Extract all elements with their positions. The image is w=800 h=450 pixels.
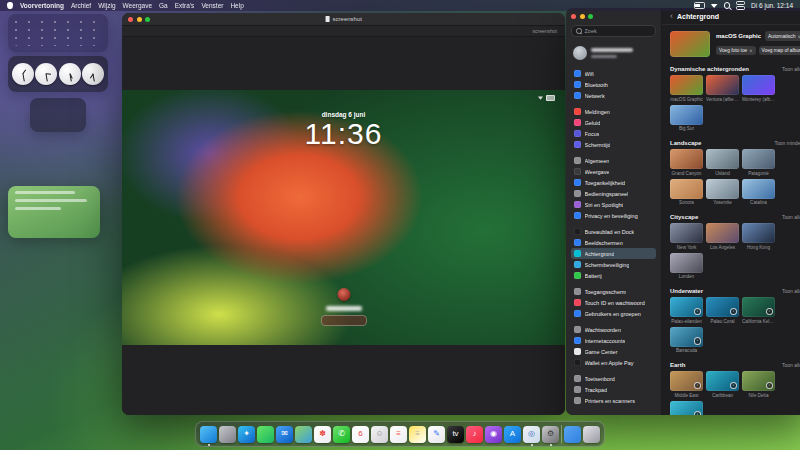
sidebar-item[interactable]: Batterij bbox=[571, 270, 656, 281]
zoom-button[interactable] bbox=[145, 17, 150, 22]
wallpaper-image[interactable] bbox=[670, 149, 703, 169]
wallpaper-image[interactable] bbox=[670, 75, 703, 95]
sidebar-item[interactable]: Bedieningspaneel bbox=[571, 188, 656, 199]
wallpaper-thumbnail[interactable]: ↓ Palau-eilanden bbox=[670, 297, 703, 324]
wallpaper-thumbnail[interactable]: ↓ Caribbean Day bbox=[670, 401, 703, 416]
wallpaper-thumbnail[interactable]: Sonora bbox=[670, 179, 703, 206]
download-icon[interactable]: ↓ bbox=[694, 308, 702, 316]
wallpaper-image[interactable] bbox=[670, 253, 703, 273]
wallpaper-thumbnail[interactable]: ↓ California Kelp Forest bbox=[742, 297, 775, 324]
dock-app[interactable] bbox=[257, 426, 274, 443]
control-center-icon[interactable] bbox=[736, 1, 745, 10]
wallpaper-image[interactable] bbox=[706, 75, 739, 95]
sidebar-item[interactable]: Beeldschermen bbox=[571, 237, 656, 248]
back-chevron-icon[interactable]: ‹ bbox=[670, 12, 673, 21]
sidebar-item[interactable]: Privacy en beveiliging bbox=[571, 210, 656, 221]
download-icon[interactable]: ↓ bbox=[694, 382, 702, 390]
wallpaper-image[interactable] bbox=[706, 223, 739, 243]
wallpaper-thumbnail[interactable]: New York bbox=[670, 223, 703, 250]
sidebar-item[interactable]: Game Center bbox=[571, 346, 656, 357]
dock-app[interactable] bbox=[200, 426, 217, 443]
wallpaper-thumbnail[interactable]: ↓ Nile Delta bbox=[742, 371, 775, 398]
wallpaper-thumbnail[interactable]: Los Angeles bbox=[706, 223, 739, 250]
small-widget[interactable] bbox=[30, 98, 86, 132]
wallpaper-thumbnail[interactable]: ↓ Barracuda bbox=[670, 327, 703, 354]
wallpaper-thumbnail[interactable]: Londen bbox=[670, 253, 703, 280]
show-all-link[interactable]: Toon alle bbox=[782, 66, 800, 72]
preview-titlebar[interactable]: screenshot bbox=[122, 13, 565, 26]
battery-icon[interactable] bbox=[694, 2, 705, 9]
sidebar-item[interactable]: Schermtijd bbox=[571, 139, 656, 150]
sidebar-item[interactable]: Printers en scanners bbox=[571, 395, 656, 406]
dock-app[interactable] bbox=[564, 426, 581, 443]
sidebar-item[interactable]: Toegankelijkheid bbox=[571, 177, 656, 188]
sidebar-item[interactable]: Focus bbox=[571, 128, 656, 139]
minimize-button[interactable] bbox=[580, 14, 585, 19]
dock-app[interactable]: ≡ bbox=[409, 426, 426, 443]
sidebar-item[interactable]: Touch ID en wachtwoord bbox=[571, 297, 656, 308]
sidebar-item[interactable]: Wallet en Apple Pay bbox=[571, 357, 656, 368]
wallpaper-thumbnail[interactable]: Grand Canyon bbox=[670, 149, 703, 176]
wallpaper-image[interactable]: ↓ bbox=[742, 371, 775, 391]
download-icon[interactable]: ↓ bbox=[694, 337, 702, 345]
dock-app[interactable] bbox=[295, 426, 312, 443]
wallpaper-thumbnail[interactable]: ↓ Caribbean bbox=[706, 371, 739, 398]
sidebar-item[interactable]: Meldingen bbox=[571, 106, 656, 117]
dock-app[interactable]: ☺ bbox=[371, 426, 388, 443]
wallpaper-image[interactable] bbox=[706, 179, 739, 199]
spotlight-search-icon[interactable] bbox=[724, 2, 731, 9]
dock-app[interactable]: ✽ bbox=[314, 426, 331, 443]
wallpaper-image[interactable] bbox=[670, 179, 703, 199]
wallpaper-thumbnail[interactable]: Catalina bbox=[742, 179, 775, 206]
wallpaper-image[interactable]: ↓ bbox=[706, 297, 739, 317]
wallpaper-image[interactable]: ↓ bbox=[670, 297, 703, 317]
add-folder-button[interactable]: Voeg map of album toe ∨ bbox=[759, 46, 800, 55]
sidebar-item[interactable]: Siri en Spotlight bbox=[571, 199, 656, 210]
sidebar-item[interactable]: Internetaccounts bbox=[571, 335, 656, 346]
dock-app[interactable]: ◎ bbox=[523, 426, 540, 443]
sidebar-item[interactable]: Geluid bbox=[571, 117, 656, 128]
download-icon[interactable]: ↓ bbox=[730, 382, 738, 390]
search-input[interactable]: Zoek bbox=[571, 25, 656, 37]
menu-bar-clock[interactable]: Di 6 jun. 12:14 bbox=[751, 2, 793, 9]
wallpaper-thumbnail[interactable]: Patagonië bbox=[742, 149, 775, 176]
sidebar-item[interactable]: Schermbeveiliging bbox=[571, 259, 656, 270]
sidebar-item[interactable]: Bureaublad en Dock bbox=[571, 226, 656, 237]
wallpaper-image[interactable] bbox=[742, 149, 775, 169]
wallpaper-image[interactable] bbox=[742, 75, 775, 95]
wallpaper-thumbnail[interactable]: ↓ Palau Coral bbox=[706, 297, 739, 324]
download-icon[interactable]: ↓ bbox=[766, 382, 774, 390]
wifi-icon[interactable] bbox=[711, 3, 718, 8]
menu-item[interactable]: Extra's bbox=[175, 2, 195, 9]
wallpaper-thumbnail[interactable]: Monterey (afbeelding) bbox=[742, 75, 775, 102]
sidebar-item[interactable]: Netwerk bbox=[571, 90, 656, 101]
add-photo-button[interactable]: Voeg foto toe ∨ bbox=[716, 46, 756, 55]
wallpaper-image[interactable] bbox=[670, 105, 703, 125]
sidebar-item[interactable]: Wachtwoorden bbox=[571, 324, 656, 335]
minimize-button[interactable] bbox=[137, 17, 142, 22]
wallpaper-thumbnail[interactable]: Hong Kong bbox=[742, 223, 775, 250]
dock-app[interactable]: ⚙ bbox=[542, 426, 559, 443]
notes-widget[interactable] bbox=[8, 186, 100, 238]
sidebar-item[interactable]: Trackpad bbox=[571, 384, 656, 395]
menu-item[interactable]: Ga bbox=[159, 2, 168, 9]
wallpaper-image[interactable]: ↓ bbox=[670, 371, 703, 391]
show-all-link[interactable]: Toon alle bbox=[782, 288, 800, 294]
calendar-widget[interactable] bbox=[8, 14, 108, 52]
dock-app[interactable] bbox=[561, 425, 562, 443]
dock-app[interactable]: ✎ bbox=[428, 426, 445, 443]
dock-app[interactable]: ✆ bbox=[333, 426, 350, 443]
show-all-link[interactable]: Toon alle bbox=[782, 214, 800, 220]
sidebar-item[interactable]: Weergave bbox=[571, 166, 656, 177]
wallpaper-thumbnail[interactable]: macOS Graphic bbox=[670, 75, 703, 102]
dock-app[interactable]: ≡ bbox=[390, 426, 407, 443]
dock-app[interactable]: ◉ bbox=[485, 426, 502, 443]
download-icon[interactable]: ↓ bbox=[694, 411, 702, 415]
dock-app[interactable] bbox=[219, 426, 236, 443]
wallpaper-image[interactable]: ↓ bbox=[670, 401, 703, 416]
sidebar-item[interactable]: Achtergrond bbox=[571, 248, 656, 259]
dock-app[interactable]: ✦ bbox=[238, 426, 255, 443]
world-clock-widget[interactable] bbox=[8, 56, 108, 92]
close-button[interactable] bbox=[571, 14, 576, 19]
dock-app[interactable]: tv bbox=[447, 426, 464, 443]
